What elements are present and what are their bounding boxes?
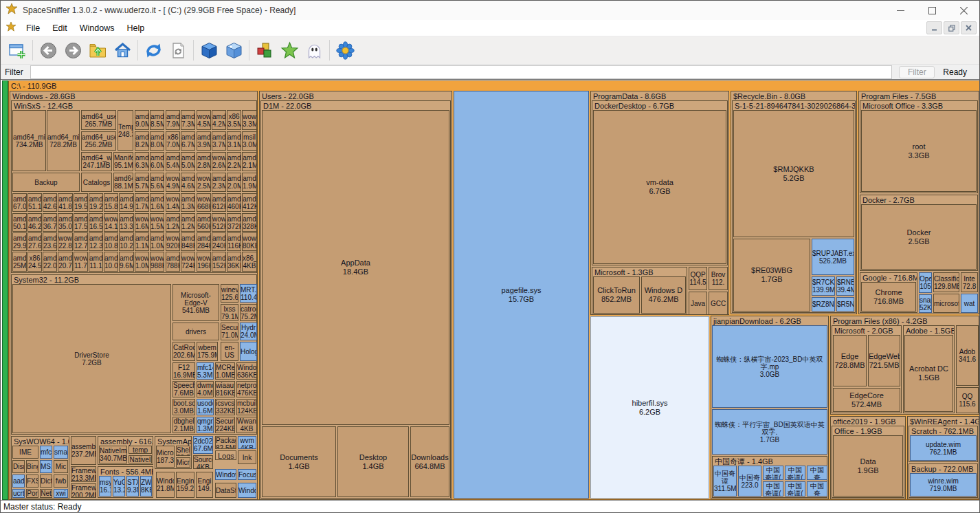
- treemap-block-236[interactable]: Data 1.9GB: [833, 435, 903, 496]
- treemap-block-44[interactable]: amd 2.0M: [227, 173, 241, 192]
- treemap-block-38[interactable]: amd 5.7M: [135, 173, 149, 192]
- rescan-button[interactable]: [141, 39, 166, 62]
- treemap-block-65[interactable]: amd 35.0: [58, 213, 73, 232]
- treemap-block-101[interactable]: amd 9.6M: [119, 252, 134, 272]
- treemap-block-20[interactable]: x86 3.5M: [227, 110, 241, 130]
- treemap-block-113[interactable]: winev 125.6M: [221, 284, 238, 303]
- treemap-block-199[interactable]: QQP 114.5: [689, 267, 707, 290]
- treemap-block-69[interactable]: amd 13.3: [119, 213, 134, 232]
- mdi-restore-button[interactable]: [944, 21, 959, 34]
- treemap-block-151[interactable]: fwb: [54, 474, 68, 488]
- treemap-block-104[interactable]: amd 788K: [166, 252, 180, 272]
- treemap-block-71[interactable]: wow 1.5M: [150, 213, 164, 232]
- driverstore-block[interactable]: DriverStore 7.2GB: [12, 284, 171, 433]
- treemap-block-156[interactable]: assembly 237.2MB: [71, 436, 96, 465]
- treemap-block-24[interactable]: x86 7.0M: [166, 131, 180, 151]
- title-bar[interactable]: SpaceSniffer 1.3.0.2 - www.uderzo.it - […: [1, 1, 979, 20]
- treemap-block-41[interactable]: amd 4.6M: [181, 173, 195, 192]
- treemap-block-154[interactable]: Net: [40, 489, 52, 498]
- documents-block[interactable]: Documents 1.4GB: [262, 426, 336, 497]
- show-unknown-space-button[interactable]: [221, 39, 246, 62]
- treemap-block-132[interactable]: boot.sd 3.0MB: [172, 399, 195, 415]
- treemap-block-116[interactable]: catroc 75.2M: [240, 304, 257, 321]
- treemap-block-201[interactable]: Java: [689, 292, 707, 315]
- treemap-block-30[interactable]: amd 6.3M: [135, 152, 149, 171]
- go-up-folder-button[interactable]: [85, 39, 110, 62]
- treemap-block-162[interactable]: NativeI: [129, 455, 152, 463]
- treemap-block-23[interactable]: amd 8.0M: [150, 131, 164, 151]
- treemap-block-202[interactable]: GCC: [709, 292, 728, 315]
- treemap-block-152[interactable]: ucrt: [12, 489, 25, 498]
- desktop-block[interactable]: Desktop 1.4GB: [337, 426, 409, 497]
- treemap-block-27[interactable]: amd 3.7M: [212, 131, 226, 151]
- treemap-block-224[interactable]: wat: [961, 294, 978, 313]
- treemap-block-8[interactable]: amd64_usen 256.2MB: [81, 131, 116, 151]
- treemap-block-223[interactable]: Inte 72.8: [961, 272, 978, 292]
- treemap-block-99[interactable]: amd 11.1: [89, 252, 103, 272]
- treemap-block-63[interactable]: amd 46.2M: [27, 213, 42, 232]
- treemap-block-182[interactable]: Focus: [238, 469, 256, 480]
- treemap-block-136[interactable]: dbghel 2.1MB: [172, 417, 195, 433]
- treemap-block-127[interactable]: Windov 636KB: [236, 362, 257, 380]
- treemap-block-109[interactable]: x86_ 4KB: [242, 252, 257, 272]
- treemap-block-233[interactable]: QQ 115.6: [956, 387, 979, 413]
- treemap-block-36[interactable]: amd 2.2M: [227, 152, 241, 171]
- movie-file-2[interactable]: 蜘蛛侠：平行宇宙_BD国英双语中英双字. 1.7GB: [712, 409, 827, 455]
- treemap-block-28[interactable]: amd 3.1M: [227, 131, 241, 151]
- treemap-block-180[interactable]: Engi 149.: [196, 472, 213, 498]
- treemap-block-241[interactable]: winre.wim 719.0MB: [910, 473, 977, 496]
- treemap-block-89[interactable]: amd 848K: [181, 232, 195, 251]
- treemap-block-161[interactable]: temp: [129, 446, 152, 454]
- treemap-block-253[interactable]: 中国奇: [807, 481, 827, 496]
- treemap-block-70[interactable]: wow 1.6M: [135, 213, 149, 232]
- filter-apply-button[interactable]: Filter: [899, 66, 935, 78]
- treemap-block-148[interactable]: aad: [12, 474, 25, 488]
- treemap-block-94[interactable]: amd64 25MB: [12, 252, 27, 272]
- treemap-block-221[interactable]: Classific 129.8MB: [933, 272, 959, 292]
- treemap-block-85[interactable]: amd 10.2: [119, 232, 134, 251]
- treemap-block-176[interactable]: Logs - 10: [215, 450, 236, 460]
- treemap-block-208[interactable]: $R7CKQ 139.9MB: [812, 276, 835, 296]
- vm-data-block[interactable]: vm-data 6.7GB: [593, 110, 726, 264]
- treemap-block-249[interactable]: 中国奇谭(: [763, 481, 783, 496]
- treemap-block-83[interactable]: amd 12.3M: [89, 232, 103, 251]
- treemap-canvas[interactable]: C:\ - 110.9GBWindows - 28.6GBWinSxS - 12…: [1, 79, 979, 500]
- treemap-block-29[interactable]: msil 3.0M: [242, 131, 257, 151]
- treemap-block-98[interactable]: wow 11.7M: [74, 252, 88, 272]
- treemap-block-157[interactable]: Framewo 213.3MB: [71, 466, 96, 482]
- treemap-block-145[interactable]: Bing: [26, 460, 38, 473]
- treemap-block-51[interactable]: amd 19.2: [89, 193, 103, 212]
- maximize-button[interactable]: [916, 1, 948, 20]
- treemap-block-96[interactable]: amd 22.0: [43, 252, 57, 272]
- treemap-block-165[interactable]: YuG 13.2: [113, 476, 125, 496]
- treemap-block-7[interactable]: amd64_usen 265.7MB: [81, 110, 116, 130]
- treemap-block-90[interactable]: amd 284K: [197, 232, 211, 251]
- treemap-block-170[interactable]: Shell 38.8: [176, 446, 190, 456]
- treemap-block-125[interactable]: mfc140 5.3MB: [197, 362, 214, 380]
- treemap-block-247[interactable]: 中国奇 223.0: [738, 466, 761, 496]
- refresh-view-button[interactable]: [166, 39, 190, 62]
- treemap-block-68[interactable]: wow 14.1M: [104, 213, 118, 232]
- treemap-block-146[interactable]: MS.: [40, 460, 52, 473]
- treemap-block-16[interactable]: amd 7.9M: [166, 110, 180, 130]
- go-home-button[interactable]: [110, 39, 135, 62]
- settings-button[interactable]: [333, 39, 357, 62]
- treemap-block-115[interactable]: lxss 79.1M: [221, 304, 238, 321]
- treemap-block-80[interactable]: amd 23.6: [43, 232, 57, 251]
- treemap-block-126[interactable]: MCRec 1.0MB: [215, 362, 235, 380]
- pagefile-sys-block[interactable]: pagefile.sys 15.7GB: [454, 91, 589, 499]
- treemap-block-84[interactable]: amd 10.8: [104, 232, 118, 251]
- treemap-block-97[interactable]: amd 20.7: [58, 252, 73, 272]
- treemap-block-54[interactable]: amd 1.7M: [135, 193, 149, 212]
- treemap-block-59[interactable]: amd 612K: [212, 193, 226, 212]
- treemap-block-135[interactable]: mcbuik 124KB: [236, 399, 257, 415]
- filter-input[interactable]: [30, 65, 893, 79]
- treemap-block-142[interactable]: mfc: [40, 446, 52, 459]
- treemap-block-92[interactable]: amd 116K: [227, 232, 241, 251]
- treemap-block-118[interactable]: Securit 71.0M: [221, 323, 238, 340]
- treemap-block-33[interactable]: amd 5.0M: [181, 152, 195, 171]
- treemap-block-198[interactable]: Windows D 476.2MB: [641, 276, 686, 314]
- treemap-block-106[interactable]: wow 196K: [197, 252, 211, 272]
- treemap-block-239[interactable]: update.wim 762.1MB: [910, 435, 977, 461]
- hiberfil-sys-block[interactable]: hiberfil.sys 6.2GB: [590, 316, 709, 499]
